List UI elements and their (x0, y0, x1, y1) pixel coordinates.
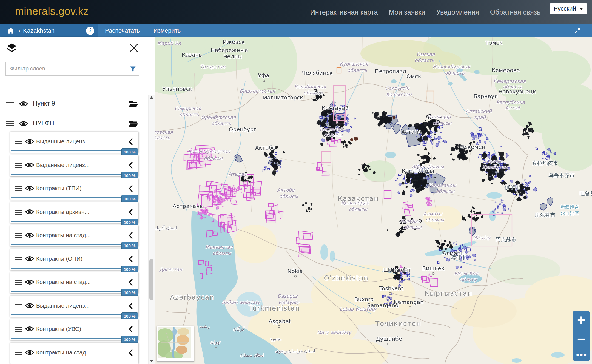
chevron-left-icon[interactable] (129, 138, 133, 146)
map-feature[interactable] (434, 136, 435, 137)
map-feature[interactable] (454, 242, 457, 245)
visibility-eye-icon[interactable] (19, 121, 28, 128)
map-feature[interactable] (241, 192, 242, 193)
visibility-eye-icon[interactable] (25, 185, 34, 192)
site-logo[interactable]: minerals.gov.kz (15, 5, 89, 17)
map-feature[interactable] (358, 174, 360, 175)
map-feature[interactable] (322, 172, 329, 175)
visibility-eye-icon[interactable] (25, 303, 34, 310)
drag-handle-icon[interactable] (15, 327, 23, 333)
map-feature[interactable] (452, 159, 455, 161)
map-feature[interactable] (486, 137, 488, 140)
map-feature[interactable] (404, 209, 410, 216)
map-feature[interactable] (476, 217, 479, 220)
map-feature[interactable] (433, 157, 436, 160)
zoom-in-button[interactable]: + (573, 312, 590, 328)
map-feature[interactable] (527, 136, 530, 138)
map-feature[interactable] (354, 118, 355, 119)
map-feature[interactable] (431, 142, 433, 145)
map-feature[interactable] (350, 126, 353, 128)
layer-card[interactable]: Контракты (УВС) 100 % (10, 319, 138, 340)
map-feature[interactable] (348, 115, 349, 116)
map-feature[interactable] (311, 203, 313, 206)
map-feature[interactable] (276, 170, 278, 172)
drag-handle-icon[interactable] (15, 233, 23, 240)
map-feature[interactable] (479, 155, 482, 158)
map-feature[interactable] (210, 213, 212, 215)
layer-card[interactable]: Контракты на стад... (10, 343, 138, 364)
opacity-value-badge[interactable]: 100 % (121, 148, 138, 156)
map-feature[interactable] (221, 200, 222, 201)
more-tools-button[interactable]: ••• (573, 350, 590, 360)
map-feature[interactable] (536, 148, 538, 149)
map-feature[interactable] (450, 153, 452, 155)
map-feature[interactable] (228, 217, 233, 225)
layer-card[interactable]: Контракты на стад... 100 % (10, 225, 138, 246)
map-feature[interactable] (525, 187, 530, 192)
map-feature[interactable] (262, 170, 264, 172)
map-feature[interactable] (444, 140, 447, 143)
contracts-black-layer[interactable] (241, 87, 534, 280)
map-feature[interactable] (405, 204, 408, 210)
map-feature[interactable] (400, 273, 401, 274)
map-feature[interactable] (374, 115, 378, 119)
chevron-left-icon[interactable] (129, 232, 133, 240)
chevron-left-icon[interactable] (129, 162, 133, 170)
map-feature[interactable] (402, 274, 403, 274)
map-feature[interactable] (280, 211, 283, 218)
map-feature[interactable] (460, 266, 462, 268)
opacity-value-badge[interactable]: 100 % (121, 242, 138, 249)
map-feature[interactable] (361, 164, 362, 165)
map-feature[interactable] (502, 213, 503, 214)
map-feature[interactable] (479, 140, 481, 143)
map-feature[interactable] (387, 229, 389, 231)
chevron-left-icon[interactable] (129, 302, 133, 311)
opacity-slider-track[interactable] (11, 338, 124, 339)
map-feature[interactable] (224, 198, 225, 199)
drag-handle-icon[interactable] (15, 210, 23, 216)
drag-handle-icon[interactable] (15, 280, 23, 286)
map-feature[interactable] (516, 194, 517, 196)
map-feature[interactable] (528, 138, 529, 139)
map-feature[interactable] (354, 137, 356, 139)
map-feature[interactable] (437, 261, 439, 264)
map-feature[interactable] (395, 232, 401, 237)
map-feature[interactable] (436, 130, 437, 132)
map-feature[interactable] (500, 200, 502, 201)
map-feature[interactable] (310, 208, 312, 210)
map-feature[interactable] (402, 190, 405, 195)
map-feature[interactable] (345, 129, 347, 131)
map-feature[interactable] (428, 204, 430, 206)
visibility-eye-icon[interactable] (25, 232, 34, 239)
drag-handle-icon[interactable] (15, 350, 23, 357)
map-feature[interactable] (446, 258, 450, 262)
map-feature[interactable] (467, 258, 468, 259)
map-feature[interactable] (508, 208, 509, 210)
chevron-left-icon[interactable] (129, 255, 133, 264)
map-feature[interactable] (519, 192, 523, 196)
map-feature[interactable] (222, 206, 223, 207)
map-feature[interactable] (540, 203, 547, 210)
map-feature[interactable] (444, 257, 445, 258)
drag-handle-icon[interactable] (6, 101, 14, 108)
layer-card[interactable]: Выданные лиценз... 100 % (10, 296, 138, 317)
map-feature[interactable] (500, 146, 502, 147)
close-icon[interactable] (129, 43, 139, 54)
drag-handle-icon[interactable] (15, 303, 23, 310)
map-feature[interactable] (321, 139, 325, 142)
map-feature[interactable] (529, 183, 531, 184)
map-feature[interactable] (283, 150, 285, 153)
opacity-value-badge[interactable]: 100 % (121, 195, 138, 203)
map-feature-rect[interactable] (337, 68, 341, 73)
map-feature[interactable] (200, 273, 203, 278)
map-feature[interactable] (398, 191, 401, 194)
map-feature[interactable] (299, 231, 313, 240)
map-feature[interactable] (510, 180, 513, 183)
map-feature[interactable] (436, 143, 439, 147)
map-feature[interactable] (230, 200, 237, 205)
map-feature[interactable] (266, 213, 275, 223)
map-feature[interactable] (431, 135, 432, 136)
map-feature[interactable] (505, 206, 507, 208)
map-feature[interactable] (472, 206, 475, 209)
map-feature[interactable] (272, 170, 276, 176)
